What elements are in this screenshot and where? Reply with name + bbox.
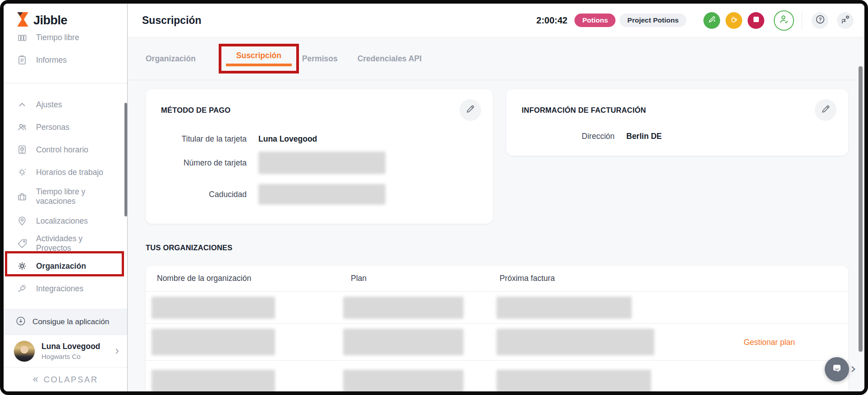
billing-info-card: INFORMACIÓN DE FACTURACIÓN Dirección Ber…	[506, 89, 848, 156]
user-menu[interactable]: Luna Lovegood Hogwarts Co ›	[4, 335, 127, 367]
org-plan-redacted	[343, 329, 464, 355]
svg-text:?: ?	[818, 17, 822, 22]
collapse-sidebar-button[interactable]: « COLAPSAR	[4, 367, 127, 391]
billing-card-title: INFORMACIÓN DE FACTURACIÓN	[522, 106, 646, 115]
manage-plan-link[interactable]: Gestionar plan	[744, 337, 795, 347]
sidebar-item-tiempo-libre[interactable]: Tiempo libre	[4, 30, 127, 49]
tab-suscripcion[interactable]: Suscripción	[236, 51, 281, 60]
chat-support-button[interactable]	[825, 357, 849, 381]
briefcase-icon	[16, 191, 28, 202]
download-icon	[15, 316, 26, 329]
edit-billing-button[interactable]	[815, 99, 836, 121]
sidebar-item-label: Localizaciones	[36, 216, 88, 226]
question-mark-icon: ?	[815, 14, 826, 27]
sidebar-item-label: Horarios de trabajo	[36, 168, 103, 177]
clock-in-status-button[interactable]	[774, 10, 794, 31]
organizations-heading: TUS ORGANIZACIONES	[146, 243, 848, 252]
sidebar-item-label: Control horario	[36, 145, 88, 155]
top-bar: Suscripción 2:00:42 Potions Project Poti…	[128, 4, 864, 37]
schedule-sun-icon	[16, 167, 28, 178]
sidebar-item-ajustes[interactable]: Ajustes	[4, 93, 127, 116]
tag-icon	[16, 238, 28, 249]
people-icon	[16, 122, 28, 133]
break-button[interactable]	[726, 12, 742, 29]
sidebar-item-localizaciones[interactable]: Localizaciones	[4, 210, 127, 232]
chevron-up-icon	[16, 99, 28, 110]
org-invoice-redacted	[496, 329, 654, 355]
tab-credenciales-api[interactable]: Credenciales API	[358, 54, 422, 64]
edit-payment-button[interactable]	[459, 99, 481, 121]
sidebar-item-label: Tiempo libre y vacaciones	[36, 187, 119, 206]
jibble-logo-icon	[16, 12, 29, 29]
subscription-content: MÉTODO DE PAGO Titular de la tarjeta Lun…	[128, 80, 864, 391]
sidebar-item-tiempo-libre-vacaciones[interactable]: Tiempo libre y vacaciones	[4, 184, 127, 210]
sidebar-divider	[4, 83, 127, 83]
table-row	[146, 292, 848, 324]
column-header-plan: Plan	[351, 274, 500, 283]
tab-permisos[interactable]: Permisos	[302, 54, 338, 64]
org-name-redacted	[152, 297, 275, 319]
gear-icon	[16, 261, 28, 271]
chevron-right-icon: ›	[115, 344, 119, 356]
activity-badge[interactable]: Potions	[574, 14, 615, 27]
org-invoice-redacted	[496, 297, 632, 319]
switch-activity-button[interactable]	[703, 12, 720, 29]
sidebar-item-personas[interactable]: Personas	[4, 116, 127, 138]
sidebar-nav: Tiempo libre Informes Ajustes Personas	[4, 30, 127, 309]
sidebar-item-label: Personas	[36, 123, 69, 132]
card-number-redacted	[258, 152, 386, 174]
topbar-controls: 2:00:42 Potions Project Potions	[537, 10, 854, 31]
address-label: Dirección	[506, 132, 626, 141]
organizations-table: Nombre de la organización Plan Próxima f…	[146, 266, 848, 391]
chat-bubble-icon	[831, 362, 843, 377]
timesheet-icon	[16, 144, 28, 155]
sidebar-item-informes[interactable]: Informes	[4, 49, 127, 71]
expiry-label: Caducidad	[146, 190, 258, 199]
project-badge[interactable]: Project Potions	[620, 14, 686, 27]
plug-icon	[16, 283, 28, 294]
flag-gear-icon	[840, 14, 851, 27]
stop-timer-button[interactable]	[748, 12, 764, 29]
sidebar: Jibble Tiempo libre Informes Ajust	[4, 4, 128, 391]
columns-icon	[16, 32, 28, 43]
sidebar-scrollbar[interactable]	[124, 103, 127, 216]
screenshot-frame: Jibble Tiempo libre Informes Ajust	[0, 0, 868, 395]
app-logo[interactable]: Jibble	[4, 4, 127, 30]
table-header-row: Nombre de la organización Plan Próxima f…	[146, 266, 848, 292]
setup-button[interactable]	[837, 12, 854, 29]
sidebar-item-label: Ajustes	[36, 100, 62, 110]
page-title: Suscripción	[142, 14, 202, 27]
sidebar-item-horarios-trabajo[interactable]: Horarios de trabajo	[4, 161, 127, 184]
sidebar-item-control-horario[interactable]: Control horario	[4, 138, 127, 161]
sidebar-item-integraciones[interactable]: Integraciones	[4, 277, 127, 300]
jibble-app: Jibble Tiempo libre Informes Ajust	[4, 4, 864, 391]
cardholder-label: Titular de la tarjeta	[146, 134, 258, 144]
person-check-icon	[778, 14, 790, 27]
user-avatar	[14, 340, 35, 362]
table-row: Gestionar plan	[146, 324, 848, 361]
org-plan-redacted	[343, 370, 464, 392]
org-plan-redacted	[343, 297, 464, 319]
cardholder-value: Luna Lovegood	[258, 134, 317, 144]
org-name-redacted	[152, 329, 275, 355]
topbar-divider	[802, 11, 802, 29]
sidebar-item-organizacion[interactable]: Organización	[4, 255, 127, 277]
expand-panel-chevron[interactable]: ›	[850, 360, 856, 377]
stop-square-icon	[753, 16, 759, 24]
help-button[interactable]: ?	[812, 12, 828, 29]
tab-organizacion[interactable]: Organización	[146, 54, 196, 64]
user-company: Hogwarts Co	[41, 353, 109, 360]
card-number-label: Número de tarjeta	[146, 158, 258, 168]
chevrons-left-icon: «	[32, 373, 38, 385]
user-name: Luna Lovegood	[41, 342, 109, 351]
timer-display: 2:00:42	[537, 15, 568, 26]
get-app-button[interactable]: Consigue la aplicación	[4, 309, 127, 335]
sidebar-item-actividades-proyectos[interactable]: Actividades y Proyectos	[4, 232, 127, 255]
settings-tabs: Organización Suscripción Permisos Creden…	[128, 37, 864, 80]
payment-method-card: MÉTODO DE PAGO Titular de la tarjeta Lun…	[146, 89, 493, 224]
column-header-next-invoice: Próxima factura	[500, 274, 848, 283]
main-scrollbar[interactable]	[859, 66, 863, 352]
collapse-label: COLAPSAR	[44, 375, 98, 385]
pencil-switch-icon	[707, 15, 716, 26]
pencil-icon	[821, 104, 831, 116]
